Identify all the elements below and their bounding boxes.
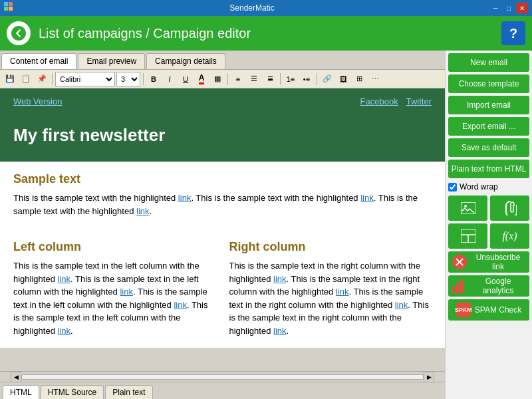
- bottom-tab-html[interactable]: HTML: [3, 385, 39, 399]
- app-icon: [4, 2, 15, 15]
- image-tool-button[interactable]: [448, 196, 487, 221]
- spam-check-label: SPAM Check: [475, 305, 521, 315]
- email-header-bar: Web Version Facebook Twitter: [0, 88, 445, 114]
- right-col-heading: Right column: [229, 240, 432, 254]
- tab-email-preview[interactable]: Email preview: [78, 53, 145, 69]
- bottom-tabs: HTML HTML Source Plain text: [0, 382, 445, 399]
- sample-body: This is the sample text with the highlig…: [13, 192, 432, 217]
- back-button[interactable]: [7, 21, 31, 45]
- horizontal-scrollbar[interactable]: ◀ ▶: [0, 371, 445, 382]
- content-frame[interactable]: Web Version Facebook Twitter My first ne…: [0, 88, 445, 371]
- left-link-1[interactable]: link: [58, 274, 71, 284]
- tab-campaign-details[interactable]: Campaign details: [146, 53, 225, 69]
- font-select[interactable]: Calibri: [55, 72, 115, 86]
- bottom-tab-plain-text[interactable]: Plain text: [105, 385, 152, 399]
- main-content: Content of email Email preview Campaign …: [0, 51, 532, 399]
- svg-point-6: [464, 205, 467, 207]
- word-wrap-row: Word wrap: [448, 181, 529, 193]
- toolbar-separator-2: [143, 73, 144, 85]
- two-column-section: Left column This is the sample text in t…: [0, 235, 445, 348]
- bold-button[interactable]: B: [146, 72, 161, 86]
- save-as-default-button[interactable]: Save as default: [448, 138, 529, 157]
- left-link-2[interactable]: link: [120, 287, 133, 297]
- email-sample-section: Sample text This is the sample text with…: [0, 162, 445, 235]
- svg-rect-3: [9, 7, 13, 11]
- titlebar: SenderMatic ─ □ ✕: [0, 0, 532, 16]
- window-controls: ─ □ ✕: [489, 3, 528, 13]
- facebook-link[interactable]: Facebook: [360, 96, 398, 106]
- word-wrap-checkbox[interactable]: [448, 183, 457, 192]
- svg-rect-0: [4, 2, 8, 6]
- formula-button[interactable]: f(x): [490, 223, 529, 249]
- scroll-right-button[interactable]: ▶: [424, 372, 434, 382]
- link-button[interactable]: 🔗: [320, 72, 334, 86]
- app-title: SenderMatic: [15, 3, 489, 13]
- sample-link-1[interactable]: link: [178, 193, 192, 203]
- twitter-link[interactable]: Twitter: [406, 96, 432, 106]
- right-link-1[interactable]: link: [273, 274, 287, 284]
- export-email-button[interactable]: Export email ...: [448, 117, 529, 136]
- scrollbar-track[interactable]: [21, 374, 424, 380]
- toolbar-copy-icon[interactable]: 📋: [19, 72, 33, 86]
- unsubscribe-link-button[interactable]: Unsubscribe link: [448, 251, 529, 273]
- align-left-button[interactable]: ≡: [231, 72, 245, 86]
- image-button[interactable]: 🖼: [336, 72, 350, 86]
- svg-rect-2: [4, 7, 8, 11]
- font-color-button[interactable]: A: [194, 72, 209, 86]
- right-link-3[interactable]: link: [395, 300, 408, 310]
- google-analytics-button[interactable]: Google analytics: [448, 275, 529, 297]
- minimize-button[interactable]: ─: [489, 3, 501, 13]
- spam-check-button[interactable]: SPAM SPAM Check: [448, 299, 529, 321]
- toolbar-separator-4: [280, 73, 281, 85]
- sample-link-3[interactable]: link: [136, 206, 150, 216]
- icon-row-1: [448, 196, 529, 221]
- unsubscribe-label: Unsubscribe link: [471, 253, 525, 271]
- right-link-2[interactable]: link: [336, 287, 349, 297]
- analytics-label: Google analytics: [471, 277, 525, 295]
- underline-button[interactable]: U: [178, 72, 193, 86]
- close-button[interactable]: ✕: [516, 3, 528, 13]
- align-center-button[interactable]: ☰: [247, 72, 261, 86]
- italic-button[interactable]: I: [162, 72, 177, 86]
- tab-content-of-email[interactable]: Content of email: [1, 53, 76, 69]
- sample-link-2[interactable]: link: [360, 193, 374, 203]
- left-link-3[interactable]: link: [174, 300, 187, 310]
- word-wrap-label: Word wrap: [460, 182, 498, 192]
- svg-rect-1: [9, 2, 13, 6]
- right-panel: New email Choose template Import email E…: [446, 51, 532, 399]
- web-version-link[interactable]: Web Version: [13, 96, 62, 106]
- toolbar-separator-3: [227, 73, 228, 85]
- analytics-icon: [452, 279, 467, 293]
- email-title-section: My first newsletter: [0, 114, 445, 162]
- email-title: My first newsletter: [13, 125, 432, 146]
- ordered-list-button[interactable]: 1≡: [283, 72, 298, 86]
- table-tool-button[interactable]: [448, 223, 487, 249]
- toolbar-separator-5: [317, 73, 317, 85]
- more-button[interactable]: ⋯: [368, 72, 382, 86]
- email-content: Web Version Facebook Twitter My first ne…: [0, 88, 445, 348]
- scroll-left-button[interactable]: ◀: [11, 372, 21, 382]
- import-email-button[interactable]: Import email: [448, 96, 529, 114]
- new-email-button[interactable]: New email: [448, 53, 529, 72]
- align-right-button[interactable]: ≣: [263, 72, 277, 86]
- right-column: Right column This is the sample text in …: [229, 240, 432, 337]
- toolbar-separator-1: [52, 73, 53, 85]
- toolbar-paste-icon[interactable]: 📌: [35, 72, 49, 86]
- unordered-list-button[interactable]: •≡: [299, 72, 314, 86]
- left-link-4[interactable]: link: [58, 326, 71, 336]
- editor-tabs: Content of email Email preview Campaign …: [0, 51, 445, 70]
- plain-text-from-html-button[interactable]: Plain text from HTML: [448, 160, 529, 178]
- table-button[interactable]: ⊞: [352, 72, 366, 86]
- highlight-button[interactable]: ▦: [210, 72, 225, 86]
- choose-template-button[interactable]: Choose template: [448, 74, 529, 93]
- right-link-4[interactable]: link: [273, 326, 287, 336]
- font-size-select[interactable]: 3: [116, 72, 140, 86]
- left-col-heading: Left column: [13, 240, 216, 254]
- left-column: Left column This is the sample text in t…: [13, 240, 216, 337]
- bottom-tab-html-source[interactable]: HTML Source: [41, 385, 104, 399]
- maximize-button[interactable]: □: [503, 3, 515, 13]
- toolbar-save-icon[interactable]: 💾: [3, 72, 17, 86]
- editor-toolbar: 💾 📋 📌 Calibri 3 B I U A ▦ ≡ ☰ ≣ 1≡ •≡ 🔗: [0, 70, 445, 88]
- attachment-button[interactable]: [490, 196, 529, 221]
- help-button[interactable]: ?: [501, 21, 525, 45]
